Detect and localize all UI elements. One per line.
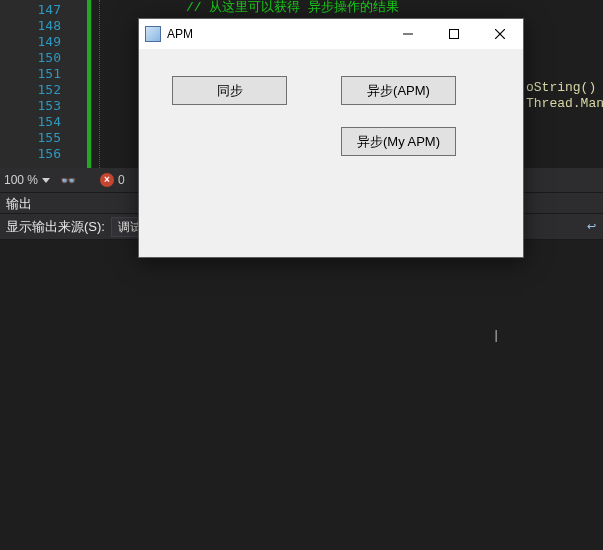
output-source-label: 显示输出来源(S): bbox=[0, 218, 105, 236]
line-number: 148 bbox=[0, 18, 75, 34]
line-number: 152 bbox=[0, 82, 75, 98]
line-number: 153 bbox=[0, 98, 75, 114]
apm-window[interactable]: APM 同步 异步(APM) 异步(My APM) bbox=[138, 18, 524, 258]
close-button[interactable] bbox=[477, 19, 523, 49]
line-number: 149 bbox=[0, 34, 75, 50]
async-myapm-button[interactable]: 异步(My APM) bbox=[341, 127, 456, 156]
window-title: APM bbox=[167, 27, 193, 41]
error-icon: × bbox=[100, 173, 114, 187]
line-number: 154 bbox=[0, 114, 75, 130]
line-number: 150 bbox=[0, 50, 75, 66]
line-number: 151 bbox=[0, 66, 75, 82]
line-number: 155 bbox=[0, 130, 75, 146]
output-body[interactable]: I bbox=[0, 240, 603, 550]
maximize-button[interactable] bbox=[431, 19, 477, 49]
indent-guide bbox=[99, 0, 100, 168]
editor-margin bbox=[75, 0, 87, 168]
code-comment: // 从这里可以获得 异步操作的结果 bbox=[108, 0, 399, 15]
sync-button[interactable]: 同步 bbox=[172, 76, 287, 105]
error-count[interactable]: × 0 bbox=[100, 173, 125, 187]
zoom-dropdown-icon[interactable] bbox=[42, 178, 50, 183]
word-wrap-icon[interactable]: ↩ bbox=[579, 217, 603, 237]
line-number: 147 bbox=[0, 2, 75, 18]
apm-client-area: 同步 异步(APM) 异步(My APM) bbox=[139, 49, 523, 257]
apm-titlebar[interactable]: APM bbox=[139, 19, 523, 49]
svg-rect-1 bbox=[450, 30, 459, 39]
app-icon bbox=[145, 26, 161, 42]
minimize-button[interactable] bbox=[385, 19, 431, 49]
line-number-gutter: 147 148 149 150 151 152 153 154 155 156 bbox=[0, 0, 75, 168]
code-fragment: oString() + bbox=[526, 80, 603, 95]
line-number: 156 bbox=[0, 146, 75, 162]
error-count-value: 0 bbox=[118, 173, 125, 187]
async-apm-button[interactable]: 异步(APM) bbox=[341, 76, 456, 105]
text-caret-icon: I bbox=[495, 328, 497, 346]
view-options-icon[interactable]: 👓 bbox=[60, 173, 76, 188]
zoom-level[interactable]: 100 % bbox=[0, 173, 38, 187]
code-fragment: Thread.Manag bbox=[526, 96, 603, 111]
